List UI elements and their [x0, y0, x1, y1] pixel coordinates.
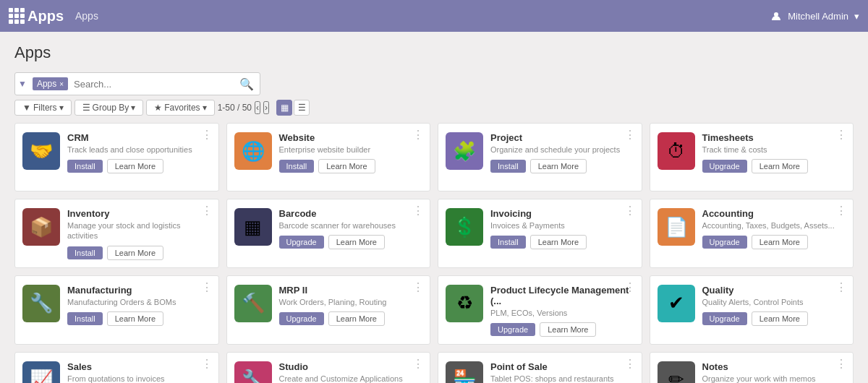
search-area: ▼ Apps × 🔍 ▼ Filters ▾ ☰ Group B	[14, 72, 854, 116]
learn-more-button-timesheets[interactable]: Learn More	[752, 159, 808, 173]
install-button-crm[interactable]: Install	[67, 160, 103, 173]
app-info-crm: CRM Track leads and close opportunities …	[67, 132, 211, 173]
app-name-studio: Studio	[279, 361, 423, 372]
grid-view-button[interactable]: ▦	[276, 100, 292, 116]
app-desc-mrp: Work Orders, Planing, Routing	[279, 297, 423, 307]
upgrade-button-quality[interactable]: Upgrade	[702, 312, 747, 325]
nav-appname: Apps	[27, 8, 64, 25]
app-desc-manufacturing: Manufacturing Orders & BOMs	[67, 297, 211, 307]
app-info-accounting: Accounting Accounting, Taxes, Budgets, A…	[702, 208, 846, 249]
app-info-sales: Sales From quotations to invoices Instal…	[67, 361, 211, 383]
upgrade-button-accounting[interactable]: Upgrade	[702, 236, 747, 249]
app-menu-pos[interactable]: ⋮	[624, 358, 636, 370]
app-menu-invoicing[interactable]: ⋮	[624, 205, 636, 217]
app-menu-project[interactable]: ⋮	[624, 129, 636, 141]
app-desc-pos: Tablet POS: shops and restaurants	[490, 374, 634, 383]
install-button-project[interactable]: Install	[490, 160, 526, 173]
app-menu-crm[interactable]: ⋮	[201, 129, 213, 141]
app-menu-sales[interactable]: ⋮	[201, 358, 213, 370]
app-menu-notes[interactable]: ⋮	[835, 358, 847, 370]
learn-more-button-quality[interactable]: Learn More	[752, 311, 808, 326]
app-actions-timesheets: Upgrade Learn More	[702, 159, 846, 173]
app-menu-mrp[interactable]: ⋮	[412, 282, 424, 293]
install-button-website[interactable]: Install	[279, 160, 315, 173]
app-desc-website: Enterprise website builder	[279, 145, 423, 155]
app-info-website: Website Enterprise website builder Insta…	[279, 132, 423, 173]
app-menu-manufacturing[interactable]: ⋮	[201, 282, 213, 293]
filters-button[interactable]: ▼ Filters ▾	[14, 100, 72, 116]
app-name-barcode: Barcode	[279, 208, 423, 219]
pagination-next[interactable]: ›	[263, 101, 269, 114]
app-menu-studio[interactable]: ⋮	[412, 358, 424, 370]
app-switcher[interactable]	[9, 8, 25, 24]
app-icon-crm: 🤝	[22, 132, 60, 170]
learn-more-button-plm[interactable]: Learn More	[540, 322, 596, 337]
user-dropdown-icon: ▾	[854, 11, 859, 22]
upgrade-button-mrp[interactable]: Upgrade	[279, 312, 324, 325]
topnav: Apps Apps Mitchell Admin ▾	[0, 0, 868, 32]
app-name-accounting: Accounting	[702, 208, 846, 219]
install-button-manufacturing[interactable]: Install	[67, 312, 103, 325]
app-menu-accounting[interactable]: ⋮	[835, 205, 847, 217]
app-name-crm: CRM	[67, 132, 211, 143]
app-actions-accounting: Upgrade Learn More	[702, 235, 846, 249]
app-desc-crm: Track leads and close opportunities	[67, 145, 211, 155]
view-toggle: ▦ ☰	[276, 100, 310, 116]
app-actions-invoicing: Install Learn More	[490, 235, 634, 249]
app-card-sales: 📈 Sales From quotations to invoices Inst…	[14, 352, 219, 383]
app-icon-website: 🌐	[234, 132, 272, 170]
app-actions-mrp: Upgrade Learn More	[279, 311, 423, 326]
app-actions-crm: Install Learn More	[67, 159, 211, 173]
app-menu-quality[interactable]: ⋮	[835, 282, 847, 293]
app-card-notes: ✏ Notes Organize your work with memos In…	[650, 352, 854, 383]
learn-more-button-crm[interactable]: Learn More	[107, 159, 163, 173]
app-menu-timesheets[interactable]: ⋮	[835, 129, 847, 141]
learn-more-button-mrp[interactable]: Learn More	[328, 311, 385, 326]
app-actions-inventory: Install Learn More	[67, 246, 211, 260]
app-actions-quality: Upgrade Learn More	[702, 311, 846, 326]
app-icon-timesheets: ⏱	[658, 132, 695, 170]
app-icon-barcode: ▦	[234, 208, 272, 246]
app-info-studio: Studio Create and Customize Applications…	[279, 361, 423, 383]
groupby-button[interactable]: ☰ Group By ▾	[75, 100, 144, 116]
app-name-plm: Product Lifecycle Management (...	[490, 285, 634, 306]
install-button-inventory[interactable]: Install	[67, 246, 103, 259]
page-title: Apps	[14, 43, 854, 62]
learn-more-button-invoicing[interactable]: Learn More	[530, 235, 587, 249]
app-name-website: Website	[279, 132, 423, 143]
install-button-invoicing[interactable]: Install	[490, 236, 526, 249]
search-submit-icon[interactable]: 🔍	[234, 77, 260, 91]
learn-more-button-project[interactable]: Learn More	[530, 159, 587, 173]
app-info-plm: Product Lifecycle Management (... PLM, E…	[490, 285, 634, 337]
learn-more-button-barcode[interactable]: Learn More	[328, 235, 385, 249]
user-menu[interactable]: Mitchell Admin ▾	[770, 10, 859, 22]
search-input[interactable]	[71, 79, 234, 90]
app-menu-plm[interactable]: ⋮	[624, 282, 636, 293]
app-icon-quality: ✔	[658, 285, 695, 322]
app-card-crm: 🤝 CRM Track leads and close opportunitie…	[14, 123, 219, 192]
learn-more-button-inventory[interactable]: Learn More	[107, 246, 163, 260]
nav-breadcrumb[interactable]: Apps	[75, 10, 98, 22]
learn-more-button-website[interactable]: Learn More	[318, 159, 375, 173]
upgrade-button-plm[interactable]: Upgrade	[490, 323, 535, 336]
search-tag-remove[interactable]: ×	[59, 80, 64, 88]
app-menu-inventory[interactable]: ⋮	[201, 205, 213, 217]
app-icon-project: 🧩	[446, 132, 483, 170]
app-card-mrp: 🔨 MRP II Work Orders, Planing, Routing U…	[226, 275, 431, 345]
app-card-inventory: 📦 Inventory Manage your stock and logist…	[14, 199, 219, 268]
app-info-inventory: Inventory Manage your stock and logistic…	[67, 208, 211, 260]
upgrade-button-barcode[interactable]: Upgrade	[279, 236, 324, 249]
upgrade-button-timesheets[interactable]: Upgrade	[702, 160, 747, 173]
app-card-website: 🌐 Website Enterprise website builder Ins…	[226, 123, 431, 192]
app-desc-timesheets: Track time & costs	[702, 145, 846, 155]
learn-more-button-accounting[interactable]: Learn More	[752, 235, 808, 249]
learn-more-button-manufacturing[interactable]: Learn More	[107, 311, 163, 326]
favorites-button[interactable]: ★ Favorites ▾	[146, 100, 214, 116]
list-view-button[interactable]: ☰	[294, 100, 310, 116]
pagination-prev[interactable]: ‹	[255, 101, 260, 114]
app-menu-website[interactable]: ⋮	[412, 129, 424, 141]
search-tag-apps[interactable]: Apps ×	[33, 77, 68, 90]
app-icon-pos: 🏪	[446, 361, 483, 383]
app-menu-barcode[interactable]: ⋮	[412, 205, 424, 217]
app-info-quality: Quality Quality Alerts, Control Points U…	[702, 285, 846, 326]
